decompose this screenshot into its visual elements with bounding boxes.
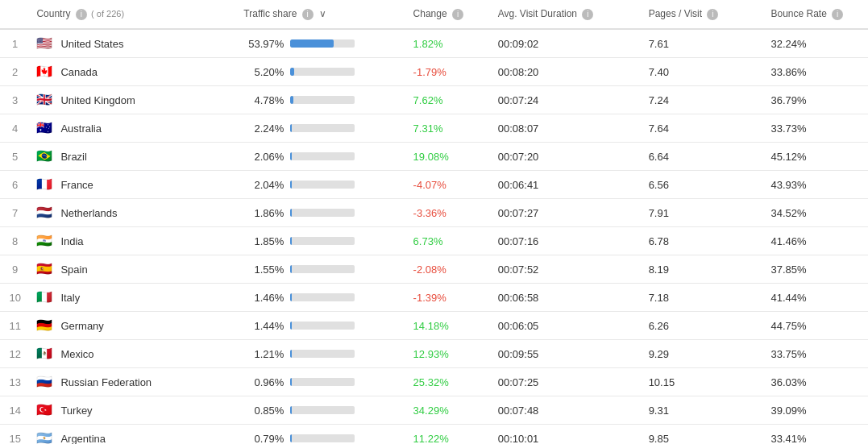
- traffic-cell: 1.46%: [237, 284, 406, 312]
- traffic-cell: 4.78%: [237, 86, 406, 114]
- pages-cell: 8.19: [642, 255, 765, 284]
- traffic-value: 0.96%: [243, 376, 284, 388]
- table-row[interactable]: 6 🇫🇷 France 2.04% -4.07% 00:06:41 6.56 4…: [0, 171, 868, 199]
- change-value: 12.93%: [413, 348, 449, 360]
- rank-cell: 12: [0, 340, 30, 368]
- table-row[interactable]: 10 🇮🇹 Italy 1.46% -1.39% 00:06:58 7.18 4…: [0, 284, 868, 312]
- table-row[interactable]: 13 🇷🇺 Russian Federation 0.96% 25.32% 00…: [0, 368, 868, 396]
- flag-ca: 🇨🇦: [36, 65, 54, 78]
- pages-cell: 7.24: [642, 86, 765, 114]
- table-row[interactable]: 9 🇪🇸 Spain 1.55% -2.08% 00:07:52 8.19 37…: [0, 255, 868, 284]
- country-name: Spain: [60, 263, 87, 276]
- traffic-info-icon[interactable]: i: [302, 9, 314, 20]
- traffic-value: 1.55%: [243, 263, 284, 276]
- duration-cell: 00:06:41: [492, 171, 642, 199]
- change-cell: 34.29%: [407, 396, 492, 425]
- traffic-bar-bg: [290, 96, 355, 104]
- country-cell: 🇬🇧 United Kingdom: [30, 86, 237, 114]
- bounce-cell: 41.44%: [764, 284, 868, 312]
- change-cell: -1.39%: [407, 284, 492, 312]
- traffic-header[interactable]: Traffic share i ∨: [237, 0, 406, 29]
- bounce-cell: 36.79%: [764, 86, 868, 114]
- traffic-value: 0.79%: [243, 433, 284, 445]
- flag-mx: 🇲🇽: [36, 347, 54, 360]
- country-info-icon[interactable]: i: [76, 9, 87, 20]
- traffic-table-container: Country i ( of 226) Traffic share i ∨ Ch…: [0, 0, 868, 444]
- flag-in: 🇮🇳: [36, 234, 54, 247]
- country-cell: 🇹🇷 Turkey: [30, 396, 237, 425]
- table-row[interactable]: 4 🇦🇺 Australia 2.24% 7.31% 00:08:07 7.64…: [0, 114, 868, 143]
- pages-cell: 7.64: [642, 114, 765, 143]
- traffic-value: 4.78%: [243, 94, 284, 106]
- rank-cell: 9: [0, 255, 30, 284]
- table-row[interactable]: 1 🇺🇸 United States 53.97% 1.82% 00:09:02…: [0, 29, 868, 58]
- traffic-value: 0.85%: [243, 405, 284, 417]
- table-row[interactable]: 12 🇲🇽 Mexico 1.21% 12.93% 00:09:55 9.29 …: [0, 340, 868, 368]
- country-cell: 🇮🇹 Italy: [30, 284, 237, 312]
- traffic-bar-fill: [290, 434, 292, 442]
- traffic-bar-fill: [290, 378, 292, 386]
- traffic-value: 2.06%: [243, 151, 284, 163]
- table-row[interactable]: 5 🇧🇷 Brazil 2.06% 19.08% 00:07:20 6.64 4…: [0, 143, 868, 171]
- pages-info-icon[interactable]: i: [707, 9, 718, 20]
- traffic-bar-fill: [290, 265, 292, 273]
- country-cell: 🇪🇸 Spain: [30, 255, 237, 284]
- duration-cell: 00:07:16: [492, 227, 642, 255]
- country-cell: 🇲🇽 Mexico: [30, 340, 237, 368]
- change-value: 7.62%: [413, 94, 443, 106]
- traffic-bar-fill: [290, 96, 293, 104]
- change-cell: -2.08%: [407, 255, 492, 284]
- traffic-bar-fill: [290, 124, 292, 132]
- bounce-info-icon[interactable]: i: [832, 9, 843, 20]
- country-name: France: [60, 179, 93, 191]
- duration-info-icon[interactable]: i: [582, 9, 593, 20]
- rank-cell: 14: [0, 396, 30, 425]
- traffic-value: 1.46%: [243, 292, 284, 304]
- pages-cell: 9.29: [642, 340, 765, 368]
- bounce-cell: 36.03%: [764, 368, 868, 396]
- traffic-bar-bg: [290, 209, 355, 217]
- pages-cell: 9.31: [642, 396, 765, 425]
- rank-cell: 13: [0, 368, 30, 396]
- country-name: United Kingdom: [60, 94, 135, 106]
- flag-fr: 🇫🇷: [36, 178, 54, 191]
- table-row[interactable]: 11 🇩🇪 Germany 1.44% 14.18% 00:06:05 6.26…: [0, 312, 868, 340]
- traffic-bar-fill: [290, 152, 292, 160]
- traffic-cell: 2.06%: [237, 143, 406, 171]
- traffic-bar-bg: [290, 68, 355, 76]
- traffic-bar-bg: [290, 237, 355, 245]
- table-row[interactable]: 8 🇮🇳 India 1.85% 6.73% 00:07:16 6.78 41.…: [0, 227, 868, 255]
- bounce-cell: 32.24%: [764, 29, 868, 58]
- traffic-value: 2.24%: [243, 122, 284, 135]
- change-cell: -3.36%: [407, 199, 492, 227]
- traffic-cell: 0.79%: [237, 425, 406, 445]
- rank-cell: 5: [0, 143, 30, 171]
- traffic-cell: 1.44%: [237, 312, 406, 340]
- traffic-value: 1.86%: [243, 207, 284, 219]
- traffic-bar-fill: [290, 322, 292, 330]
- change-info-icon[interactable]: i: [452, 9, 463, 20]
- sort-arrow-icon: ∨: [319, 8, 326, 19]
- change-value: -3.36%: [413, 207, 446, 219]
- duration-cell: 00:10:01: [492, 425, 642, 445]
- country-name: Turkey: [60, 405, 92, 417]
- change-value: 14.18%: [413, 320, 449, 332]
- country-name: Russian Federation: [60, 376, 152, 388]
- table-row[interactable]: 3 🇬🇧 United Kingdom 4.78% 7.62% 00:07:24…: [0, 86, 868, 114]
- change-value: -1.79%: [413, 66, 446, 78]
- traffic-value: 1.21%: [243, 348, 284, 360]
- table-row[interactable]: 15 🇦🇷 Argentina 0.79% 11.22% 00:10:01 9.…: [0, 425, 868, 445]
- table-row[interactable]: 14 🇹🇷 Turkey 0.85% 34.29% 00:07:48 9.31 …: [0, 396, 868, 425]
- flag-de: 🇩🇪: [36, 319, 54, 332]
- bounce-cell: 43.93%: [764, 171, 868, 199]
- pages-cell: 7.18: [642, 284, 765, 312]
- bounce-cell: 44.75%: [764, 312, 868, 340]
- traffic-table: Country i ( of 226) Traffic share i ∨ Ch…: [0, 0, 868, 444]
- rank-cell: 10: [0, 284, 30, 312]
- traffic-value: 2.04%: [243, 179, 284, 191]
- table-row[interactable]: 7 🇳🇱 Netherlands 1.86% -3.36% 00:07:27 7…: [0, 199, 868, 227]
- table-row[interactable]: 2 🇨🇦 Canada 5.20% -1.79% 00:08:20 7.40 3…: [0, 58, 868, 86]
- duration-cell: 00:09:02: [492, 29, 642, 58]
- traffic-cell: 2.04%: [237, 171, 406, 199]
- pages-cell: 7.61: [642, 29, 765, 58]
